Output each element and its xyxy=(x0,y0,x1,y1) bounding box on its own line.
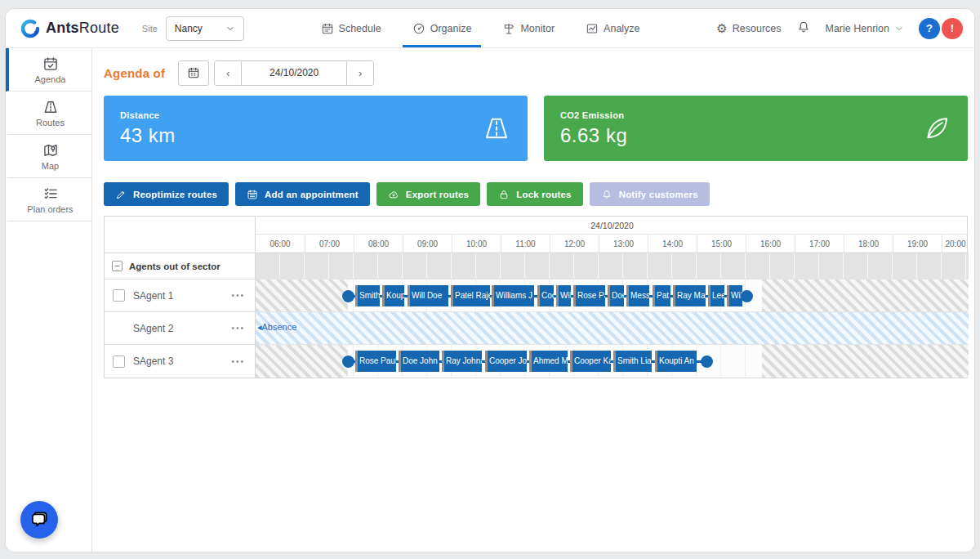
appointment-block[interactable]: Smith xyxy=(355,285,380,306)
appointment-block[interactable]: Williams J xyxy=(492,285,534,306)
agent-checkbox[interactable] xyxy=(113,289,125,302)
reoptimize-routes-button[interactable]: Reoptimize routes xyxy=(104,182,229,206)
sidebar-item-map[interactable]: Map xyxy=(6,135,91,178)
sidebar-item-agenda[interactable]: Agenda xyxy=(6,48,91,92)
gear-icon: ⚙ xyxy=(716,21,727,36)
agent-row-sagent-1: SAgent 1••• xyxy=(105,280,255,312)
tab-monitor[interactable]: Monitor xyxy=(492,9,564,47)
hour-label: 15:00 xyxy=(697,235,746,253)
hour-label: 12:00 xyxy=(550,235,599,253)
prev-day-button[interactable]: ‹ xyxy=(214,60,242,86)
timeline-hours-header: 06:0007:0008:0009:0010:0011:0012:0013:00… xyxy=(256,235,969,253)
resources-button[interactable]: ⚙ Resources xyxy=(716,21,781,36)
page-title: Agenda of xyxy=(104,66,165,80)
appointment-block[interactable]: Koup xyxy=(382,285,404,306)
hour-label: 16:00 xyxy=(746,235,795,253)
appointment-block[interactable]: Koupti An xyxy=(655,351,697,372)
site-select[interactable]: Nancy xyxy=(166,16,244,41)
group-track xyxy=(256,253,969,280)
action-button-label: Add an appointment xyxy=(265,190,359,199)
appointment-block[interactable]: Cooper Ka xyxy=(570,351,611,372)
appointment-block[interactable]: Lee xyxy=(708,285,724,306)
sidebar-item-routes[interactable]: Routes xyxy=(6,92,91,135)
antsroute-logo-icon xyxy=(20,19,40,38)
tab-organize[interactable]: Organize xyxy=(403,9,482,47)
distance-value: 43 km xyxy=(120,124,176,147)
co2-value: 6.63 kg xyxy=(560,124,627,147)
appointment-block[interactable]: Patel Raje xyxy=(451,285,490,306)
appointment-block[interactable]: Rose Pa xyxy=(573,285,605,306)
brand-bold: Ants xyxy=(46,20,79,36)
next-day-button[interactable]: › xyxy=(346,60,374,86)
agent-checkbox[interactable] xyxy=(113,356,125,368)
hour-label: 09:00 xyxy=(403,235,452,253)
collapse-group-icon[interactable]: − xyxy=(112,261,122,271)
tab-schedule[interactable]: Schedule xyxy=(311,9,391,47)
row-menu-button[interactable]: ••• xyxy=(231,291,245,300)
agent-name: SAgent 2 xyxy=(133,323,223,334)
organize-gauge-icon xyxy=(412,22,425,35)
unavailable-stripe xyxy=(256,345,348,378)
appointment-block[interactable]: Messa xyxy=(626,285,649,306)
appointment-block[interactable]: Wil xyxy=(556,285,571,306)
agent-name: SAgent 1 xyxy=(133,290,223,302)
alert-badge[interactable]: ! xyxy=(942,18,963,39)
chevron-down-icon xyxy=(894,24,904,34)
tab-analyze[interactable]: Analyze xyxy=(576,9,649,47)
help-badge[interactable]: ? xyxy=(919,18,940,39)
plan-orders-icon xyxy=(42,186,59,202)
user-menu[interactable]: Marie Henrion xyxy=(826,23,905,34)
route-end-dot xyxy=(741,290,753,302)
add-an-appointment-button[interactable]: Add an appointment xyxy=(235,182,370,206)
appointment-block[interactable]: Cooper Jo xyxy=(485,351,527,372)
appointment-block[interactable]: Smith Lian xyxy=(613,351,652,372)
sidebar-item-label: Plan orders xyxy=(27,204,73,214)
resources-label: Resources xyxy=(733,23,782,34)
hour-label: 08:00 xyxy=(354,235,403,253)
pen-icon xyxy=(115,189,127,200)
calendar-check-icon xyxy=(42,56,59,72)
appointment-block[interactable]: Will Doe xyxy=(408,285,448,306)
calendar-icon xyxy=(187,66,200,79)
sidebar-item-plan-orders[interactable]: Plan orders xyxy=(6,178,91,221)
appointment-block[interactable]: Ray Mar xyxy=(673,285,706,306)
export-routes-button[interactable]: Export routes xyxy=(376,182,480,206)
chat-button[interactable] xyxy=(20,501,58,539)
action-button-label: Export routes xyxy=(406,190,469,199)
unavailable-stripe xyxy=(256,280,348,311)
row-menu-button[interactable]: ••• xyxy=(231,357,245,366)
timeline-date-header: 24/10/2020 xyxy=(256,217,969,235)
appointment-block[interactable]: Ray Johna xyxy=(442,351,482,372)
tab-label: Monitor xyxy=(520,23,555,34)
top-bar: AntsRoute Site Nancy ScheduleOrganizeMon… xyxy=(6,9,974,48)
notifications-button[interactable] xyxy=(796,20,811,38)
appointment-block[interactable]: Doe John xyxy=(399,351,439,372)
row-menu-button[interactable]: ••• xyxy=(231,324,245,333)
map-icon xyxy=(42,142,59,159)
hour-label: 13:00 xyxy=(599,235,648,253)
calendar-icon xyxy=(247,189,258,200)
bell-icon xyxy=(796,20,811,34)
hour-label: 14:00 xyxy=(648,235,697,253)
cloud-download-icon xyxy=(388,189,399,200)
appointment-block[interactable]: Ahmed M xyxy=(529,351,568,372)
monitor-signpost-icon xyxy=(502,22,515,35)
hour-label: 11:00 xyxy=(501,235,550,253)
appointment-block[interactable]: Rose Pauli xyxy=(355,351,396,372)
route-end-dot xyxy=(701,356,713,368)
lock-routes-button[interactable]: Lock routes xyxy=(487,182,582,206)
appointment-block[interactable]: Coo xyxy=(537,285,554,306)
calendar-picker-button[interactable] xyxy=(178,60,209,86)
badge-group: ? ! xyxy=(919,18,963,39)
route-start-dot xyxy=(342,290,354,302)
sidebar-item-label: Agenda xyxy=(35,74,66,84)
appointment-block[interactable]: Doe xyxy=(608,285,624,306)
distance-card: Distance 43 km xyxy=(104,96,528,161)
bell-icon xyxy=(601,189,612,200)
appointment-block[interactable]: Pat xyxy=(653,285,670,306)
site-select-value: Nancy xyxy=(175,23,203,34)
top-right-cluster: ⚙ Resources Marie Henrion ? ! xyxy=(716,9,963,47)
site-label: Site xyxy=(142,24,158,34)
action-button-label: Lock routes xyxy=(516,190,571,199)
agenda-toolbar: Agenda of ‹ 24/10/2020 › xyxy=(104,60,968,86)
